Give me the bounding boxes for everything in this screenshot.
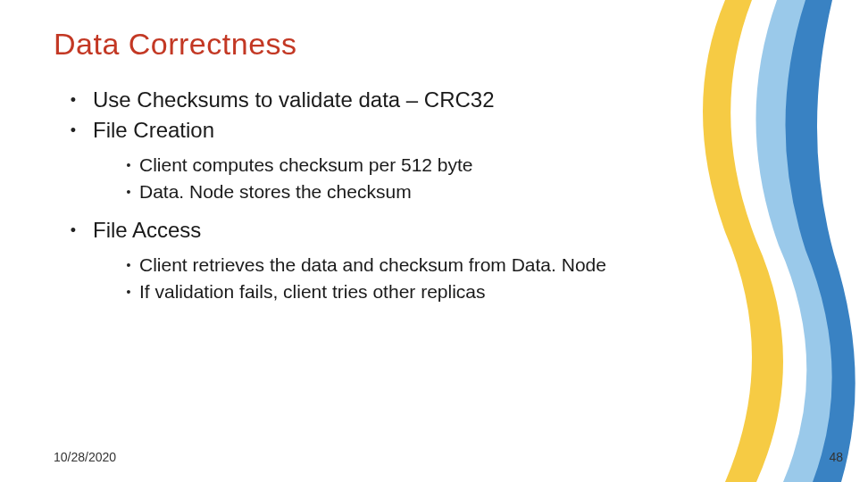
sub-bullet-row: • Client computes checksum per 512 byte: [118, 153, 814, 178]
bullet-marker: •: [54, 87, 93, 113]
sub-bullet-text: Data. Node stores the checksum: [139, 179, 412, 204]
bullet-row: • File Access: [54, 217, 814, 244]
bullet-text: File Access: [93, 217, 201, 244]
bullet-marker: •: [118, 279, 139, 304]
bullet-marker: •: [118, 253, 139, 278]
bullet-text: File Creation: [93, 117, 214, 144]
sub-bullet-row: • If validation fails, client tries othe…: [118, 279, 814, 304]
bullet-marker: •: [54, 117, 93, 144]
bullet-row: • Use Checksums to validate data – CRC32: [54, 87, 814, 113]
footer-date: 10/28/2020: [54, 450, 116, 464]
sub-bullet-row: • Data. Node stores the checksum: [118, 179, 814, 204]
sub-bullet-group: • Client retrieves the data and checksum…: [118, 253, 814, 304]
bullet-marker: •: [118, 179, 139, 204]
sub-bullet-group: • Client computes checksum per 512 byte …: [118, 153, 814, 204]
sub-bullet-text: Client retrieves the data and checksum f…: [139, 253, 606, 278]
slide-content: Data Correctness • Use Checksums to vali…: [0, 0, 868, 482]
sub-bullet-row: • Client retrieves the data and checksum…: [118, 253, 814, 278]
sub-bullet-text: If validation fails, client tries other …: [139, 279, 486, 304]
bullet-marker: •: [118, 153, 139, 178]
bullet-row: • File Creation: [54, 117, 814, 144]
bullet-text: Use Checksums to validate data – CRC32: [93, 87, 495, 113]
slide-title: Data Correctness: [54, 27, 814, 62]
footer-page-number: 48: [829, 450, 843, 464]
sub-bullet-text: Client computes checksum per 512 byte: [139, 153, 473, 178]
bullet-marker: •: [54, 217, 93, 244]
